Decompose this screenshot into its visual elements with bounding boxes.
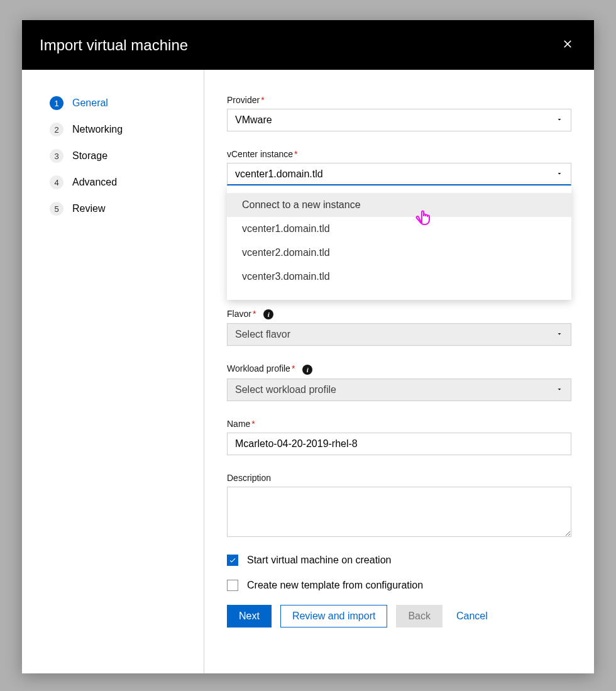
step-label: Review [72,203,105,214]
workload-select[interactable]: Select workload profile [227,379,571,401]
required-indicator: * [294,149,297,159]
wizard-steps: 1 General 2 Networking 3 Storage 4 Advan… [22,70,204,673]
required-indicator: * [253,309,256,319]
step-label: Storage [72,150,107,162]
step-label: General [72,97,108,109]
caret-down-icon [556,384,563,395]
checkbox-checked-icon[interactable] [227,555,238,566]
vcenter-value: vcenter1.domain.tld [235,169,323,180]
step-label: Networking [72,124,123,135]
required-indicator: * [261,95,264,105]
flavor-select[interactable]: Select flavor [227,323,571,346]
step-number: 2 [50,123,63,136]
step-storage[interactable]: 3 Storage [50,143,204,169]
step-number: 5 [50,202,63,216]
dropdown-item-connect-new[interactable]: Connect to a new instance [227,193,571,217]
modal-body: 1 General 2 Networking 3 Storage 4 Advan… [22,70,594,673]
checkbox-unchecked-icon[interactable] [227,580,238,591]
step-label: Advanced [72,177,117,188]
start-vm-checkbox-row[interactable]: Start virtual machine on creation [227,555,571,566]
step-advanced[interactable]: 4 Advanced [50,169,204,196]
name-label: Name* [227,419,571,429]
start-vm-label: Start virtual machine on creation [247,555,391,566]
vcenter-dropdown: Connect to a new instance vcenter1.domai… [227,185,571,300]
form-content: Provider* VMware vCenter instance* vcent… [204,70,594,673]
dropdown-item-vcenter1[interactable]: vcenter1.domain.tld [227,217,571,241]
workload-value: Select workload profile [235,384,336,395]
flavor-label: Flavor* i [227,309,571,319]
caret-down-icon [556,169,563,180]
review-and-import-button[interactable]: Review and import [280,605,388,627]
dropdown-item-vcenter2[interactable]: vcenter2.domain.tld [227,241,571,265]
close-icon [561,43,574,52]
provider-select[interactable]: VMware [227,109,571,131]
import-vm-modal: Import virtual machine 1 General 2 Netwo… [22,20,594,673]
info-icon[interactable]: i [263,309,273,319]
caret-down-icon [556,329,563,340]
info-icon[interactable]: i [302,365,312,375]
step-general[interactable]: 1 General [50,90,204,116]
step-review[interactable]: 5 Review [50,196,204,222]
back-button: Back [396,605,443,627]
footer-buttons: Next Review and import Back Cancel [227,605,571,627]
cancel-button[interactable]: Cancel [451,605,493,627]
dropdown-item-vcenter3[interactable]: vcenter3.domain.tld [227,265,571,289]
next-button[interactable]: Next [227,605,272,627]
required-indicator: * [251,419,255,429]
create-template-label: Create new template from configuration [247,580,423,591]
modal-header: Import virtual machine [22,20,594,70]
modal-title: Import virtual machine [40,36,188,54]
flavor-value: Select flavor [235,329,290,340]
step-number: 3 [50,149,63,163]
name-input[interactable] [227,433,571,455]
vcenter-select[interactable]: vcenter1.domain.tld [227,163,571,185]
workload-label: Workload profile* i [227,363,571,374]
close-button[interactable] [559,35,576,55]
provider-value: VMware [235,114,272,126]
step-number: 1 [50,96,63,110]
description-label: Description [227,473,571,483]
vcenter-label: vCenter instance* [227,149,571,159]
step-networking[interactable]: 2 Networking [50,116,204,143]
create-template-checkbox-row[interactable]: Create new template from configuration [227,580,571,591]
required-indicator: * [292,363,295,373]
description-textarea[interactable] [227,487,571,537]
caret-down-icon [556,114,563,126]
provider-label: Provider* [227,95,571,105]
step-number: 4 [50,175,63,189]
